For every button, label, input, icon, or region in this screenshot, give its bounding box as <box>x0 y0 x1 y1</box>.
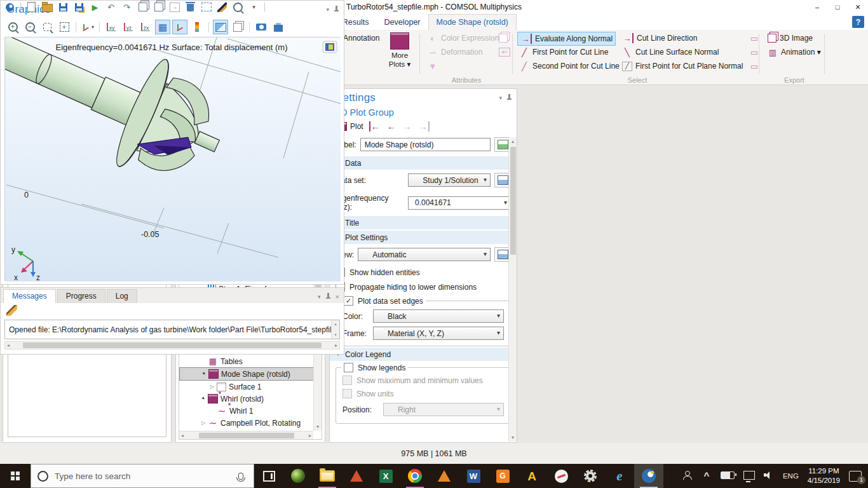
first-point-for-cut-line-button[interactable]: ╱First Point for Cut Line <box>517 46 610 58</box>
save-as-button[interactable] <box>74 2 85 13</box>
second-point-for-cut-line-button[interactable]: ╱Second Point for Cut Line <box>517 60 621 72</box>
pin-icon[interactable] <box>325 293 331 301</box>
cam-button[interactable] <box>254 20 269 34</box>
magbx-button[interactable] <box>39 20 55 34</box>
tab-messages[interactable]: Messages <box>3 289 56 303</box>
language-indicator[interactable]: ENG <box>783 472 799 480</box>
animation-button[interactable]: ▥Animation ▾ <box>766 46 823 58</box>
taskbar-comsol[interactable] <box>634 464 663 488</box>
first-solution-button[interactable]: ← <box>369 121 381 132</box>
settings-scrollbar[interactable]: ▴▾ <box>508 137 517 442</box>
axesbox-button[interactable] <box>172 20 187 34</box>
save-button[interactable] <box>58 2 69 13</box>
undo-button[interactable]: ↶ <box>105 2 116 13</box>
magm-button[interactable]: − <box>22 20 37 34</box>
taskbar-file-explorer[interactable] <box>313 464 342 488</box>
copy-button[interactable] <box>137 2 148 13</box>
tree-item-tables[interactable]: ▦Tables <box>179 355 322 367</box>
tree-item-mode-shape-rotsld[interactable]: ▲Mode Shape (rotsld) <box>179 367 322 381</box>
frame-select[interactable]: Material (X, Y, Z) <box>373 327 504 340</box>
start-button[interactable] <box>0 464 31 488</box>
section-data[interactable]: ▼Data <box>330 156 517 170</box>
prn-button[interactable] <box>271 20 286 34</box>
view-select[interactable]: Automatic <box>358 248 491 261</box>
data-set-select[interactable]: Study 1/Solution <box>408 173 491 187</box>
expanded-arrow-icon[interactable]: ▲ <box>200 396 207 401</box>
run-button[interactable]: ▶ <box>90 2 100 13</box>
more-plots-button[interactable]: More Plots ▾ <box>385 32 414 72</box>
redo-button[interactable]: ↷ <box>121 2 132 13</box>
selico-button[interactable]: ▭ <box>747 32 761 44</box>
tree-item-whirl-1[interactable]: ∼*Whirl 1 <box>179 405 322 417</box>
panel-menu-icon[interactable]: ▾ <box>326 6 329 13</box>
section-color-legend[interactable]: ▼Color Legend <box>330 348 517 361</box>
taskbar-internet-explorer[interactable]: e <box>605 464 634 488</box>
zoom-find-button[interactable] <box>233 2 243 13</box>
3d-image-button[interactable]: 3D Image <box>766 32 815 44</box>
cut-line-direction-button[interactable]: →Cut Line Direction <box>620 32 699 44</box>
clear-messages-icon[interactable] <box>6 305 17 316</box>
qat-menu-button[interactable]: ▾ <box>248 2 259 13</box>
graphics-canvas[interactable]: Eigenfrequency=0.0041671 Hz Surface: Tot… <box>4 37 340 281</box>
collapsed-arrow-icon[interactable]: ▷ <box>208 384 216 390</box>
close-button[interactable]: × <box>848 0 868 14</box>
first-point-for-cut-plane-normal-button[interactable]: ╱First Point for Cut Plane Normal <box>620 60 745 72</box>
tab-log[interactable]: Log <box>107 289 137 303</box>
taskbar-matlab[interactable] <box>342 464 371 488</box>
section-title[interactable]: ▶Title <box>330 216 517 229</box>
legendbar-button[interactable] <box>189 20 205 34</box>
label-input[interactable]: Mode Shape (rotsld) <box>360 138 491 151</box>
selico2-button[interactable]: ▭ <box>747 46 761 58</box>
tree-item-surface-1[interactable]: ▷Surface 1 <box>179 381 322 393</box>
panel-menu-icon[interactable]: ▾ <box>499 95 502 101</box>
cut-line-surface-normal-button[interactable]: ╲Cut Line Surface Normal <box>620 46 721 58</box>
evaluate-along-normal-button[interactable]: →Evaluate Along Normal <box>517 32 616 46</box>
maximize-button[interactable]: □ <box>827 0 848 14</box>
taskbar-windows-settings[interactable] <box>576 464 605 488</box>
taskbar-avira[interactable]: A <box>517 464 546 488</box>
tab-mode-shape[interactable]: Mode Shape (rotsld) <box>428 14 517 30</box>
messages-horizontal-scrollbar[interactable]: ◂▸ <box>4 341 340 349</box>
triad-button[interactable]: ▾ <box>80 20 95 34</box>
layers-button[interactable] <box>230 20 245 34</box>
clear-selection-button[interactable] <box>217 2 227 13</box>
tree-horizontal-scrollbar[interactable]: ◂▸ <box>179 431 313 439</box>
collapsed-arrow-icon[interactable]: ▷ <box>200 420 207 426</box>
transp-button[interactable] <box>213 20 228 34</box>
taskbar-task-view[interactable] <box>254 464 283 488</box>
axyz-button[interactable]: yz <box>121 20 136 34</box>
gridic-button[interactable]: ▦ <box>155 20 170 34</box>
delete-button[interactable] <box>185 2 196 13</box>
messages-vertical-scrollbar[interactable]: ▴▾ <box>331 320 339 339</box>
taskbar-word[interactable]: W <box>459 464 488 488</box>
canvas-corner-widget[interactable] <box>323 41 337 53</box>
tree-item-whirl-rotsld[interactable]: ▲*Whirl (rotsld) <box>179 393 322 405</box>
tray-chevup[interactable]: ^ <box>702 471 712 482</box>
taskbar-excel[interactable]: X <box>371 464 400 488</box>
magp-button[interactable]: + <box>5 20 20 34</box>
taskbar-app-orb[interactable] <box>283 464 313 488</box>
minimize-button[interactable]: – <box>807 0 827 14</box>
tree-item-campbell-plot-rotating[interactable]: ▷∼Campbell Plot, Rotating <box>179 417 322 429</box>
tray-vol[interactable] <box>764 471 774 481</box>
panel-menu-icon[interactable]: ▾ <box>318 294 321 300</box>
pin-icon[interactable] <box>506 94 512 102</box>
paste-button[interactable] <box>153 2 164 13</box>
axxy-button[interactable]: xy <box>104 20 119 34</box>
microphone-icon[interactable] <box>238 473 243 480</box>
taskbar-download-manager[interactable] <box>546 464 576 488</box>
clock[interactable]: 11:29 PM 4/15/2019 <box>808 466 840 485</box>
show-legends-checkbox[interactable] <box>344 363 353 372</box>
color-select[interactable]: Black <box>373 309 504 323</box>
extents-button[interactable]: + <box>57 20 72 34</box>
help-button[interactable]: ? <box>852 16 864 28</box>
plot-edges-checkbox[interactable]: ✓ <box>344 296 353 306</box>
expanded-arrow-icon[interactable]: ▲ <box>200 372 208 376</box>
tray-net[interactable] <box>743 471 755 482</box>
section-plot-settings[interactable]: ▼Plot Settings <box>330 231 517 244</box>
taskbar-vlc[interactable] <box>430 464 459 488</box>
tab-developer[interactable]: Developer <box>377 14 428 30</box>
new-file-button[interactable] <box>26 2 37 13</box>
tray-battery[interactable] <box>721 471 735 481</box>
notification-icon[interactable]: 1 <box>849 471 862 482</box>
